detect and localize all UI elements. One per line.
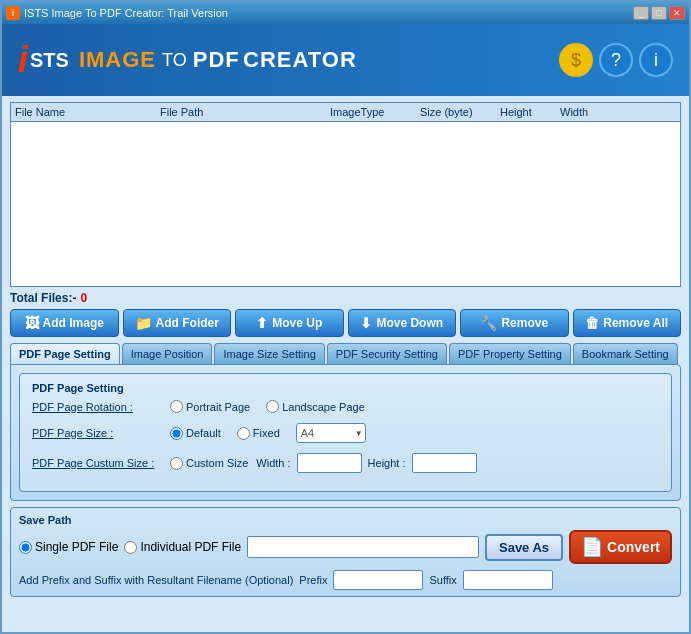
remove-icon: 🔧 xyxy=(480,315,497,331)
total-files-row: Total Files:- 0 xyxy=(10,291,681,305)
default-label: Default xyxy=(186,427,221,439)
rotation-radio-group: Portrait Page Landscape Page xyxy=(170,400,365,413)
prefix-input[interactable] xyxy=(333,570,423,590)
size-label: PDF Page Size : xyxy=(32,427,162,439)
move-up-button[interactable]: ⬆ Move Up xyxy=(235,309,344,337)
col-filename: File Name xyxy=(15,106,160,118)
rotation-label: PDF Page Rotation : xyxy=(32,401,162,413)
logo-creator: CREATOR xyxy=(243,47,357,73)
height-input[interactable] xyxy=(412,453,477,473)
header-banner: i STS IMAGE TO PDF CREATOR $ ? i xyxy=(2,24,689,96)
add-folder-button[interactable]: 📁 Add Folder xyxy=(123,309,232,337)
custom-label: PDF Page Custum Size : xyxy=(32,457,162,469)
logo-sts: STS xyxy=(30,49,69,72)
custom-size-option[interactable]: Custom Size xyxy=(170,457,248,470)
add-image-button[interactable]: 🖼 Add Image xyxy=(10,309,119,337)
default-option[interactable]: Default xyxy=(170,427,221,440)
title-bar: i ISTS Image To PDF Creator: Trail Versi… xyxy=(2,2,689,24)
close-button[interactable]: ✕ xyxy=(669,6,685,20)
tabs-section: PDF Page Setting Image Position Image Si… xyxy=(10,343,681,501)
dollar-icon-button[interactable]: $ xyxy=(559,43,593,77)
convert-label: Convert xyxy=(607,539,660,555)
convert-button[interactable]: 📄 Convert xyxy=(569,530,672,564)
portrait-label: Portrait Page xyxy=(186,401,250,413)
file-table-header: File Name File Path ImageType Size (byte… xyxy=(11,103,680,122)
height-label: Height : xyxy=(368,457,406,469)
landscape-radio[interactable] xyxy=(266,400,279,413)
custom-size-row: PDF Page Custum Size : Custom Size Width… xyxy=(32,453,659,473)
individual-pdf-label: Individual PDF File xyxy=(140,540,241,554)
header-icons: $ ? i xyxy=(559,43,673,77)
tab-content: PDF Page Setting PDF Page Rotation : Por… xyxy=(10,364,681,501)
single-pdf-label: Single PDF File xyxy=(35,540,118,554)
save-as-button[interactable]: Save As xyxy=(485,534,563,561)
pdf-page-setting-title: PDF Page Setting xyxy=(32,382,659,394)
a4-dropdown[interactable]: A4 xyxy=(296,423,366,443)
remove-label: Remove xyxy=(501,316,548,330)
default-radio[interactable] xyxy=(170,427,183,440)
total-files-count: 0 xyxy=(80,291,87,305)
single-pdf-radio[interactable] xyxy=(19,541,32,554)
pdf-page-setting-box: PDF Page Setting PDF Page Rotation : Por… xyxy=(19,373,672,492)
col-imgtype: ImageType xyxy=(330,106,420,118)
tab-bookmark-setting[interactable]: Bookmark Setting xyxy=(573,343,678,364)
tab-pdf-security-setting[interactable]: PDF Security Setting xyxy=(327,343,447,364)
logo-to: TO xyxy=(162,50,187,71)
individual-pdf-radio[interactable] xyxy=(124,541,137,554)
maximize-button[interactable]: □ xyxy=(651,6,667,20)
suffix-label: Suffix xyxy=(429,574,456,586)
save-section: Save Path Single PDF File Individual PDF… xyxy=(10,507,681,597)
custom-size-label: Custom Size xyxy=(186,457,248,469)
col-filepath: File Path xyxy=(160,106,330,118)
remove-button[interactable]: 🔧 Remove xyxy=(460,309,569,337)
add-folder-label: Add Folder xyxy=(156,316,219,330)
help-icon-button[interactable]: ? xyxy=(599,43,633,77)
fixed-label: Fixed xyxy=(253,427,280,439)
move-up-icon: ⬆ xyxy=(256,315,268,331)
prefix-label: Prefix xyxy=(299,574,327,586)
add-image-label: Add Image xyxy=(43,316,104,330)
file-table-body xyxy=(11,122,680,281)
move-down-label: Move Down xyxy=(376,316,443,330)
info-icon-button[interactable]: i xyxy=(639,43,673,77)
minimize-button[interactable]: _ xyxy=(633,6,649,20)
logo-image: IMAGE xyxy=(79,47,156,73)
suffix-input[interactable] xyxy=(463,570,553,590)
fixed-radio[interactable] xyxy=(237,427,250,440)
remove-all-icon: 🗑 xyxy=(585,315,599,331)
logo-i: i xyxy=(18,39,28,81)
width-input[interactable] xyxy=(297,453,362,473)
a4-value: A4 xyxy=(301,427,314,439)
portrait-option[interactable]: Portrait Page xyxy=(170,400,250,413)
file-table: File Name File Path ImageType Size (byte… xyxy=(10,102,681,287)
tabs-header: PDF Page Setting Image Position Image Si… xyxy=(10,343,681,364)
landscape-label: Landscape Page xyxy=(282,401,365,413)
landscape-option[interactable]: Landscape Page xyxy=(266,400,365,413)
custom-radio[interactable] xyxy=(170,457,183,470)
width-height-group: Width : Height : xyxy=(256,453,476,473)
custom-radio-group: Custom Size xyxy=(170,457,248,470)
tab-pdf-property-setting[interactable]: PDF Property Setting xyxy=(449,343,571,364)
remove-all-button[interactable]: 🗑 Remove All xyxy=(573,309,682,337)
move-down-button[interactable]: ⬇ Move Down xyxy=(348,309,457,337)
logo: i STS IMAGE TO PDF CREATOR xyxy=(18,39,357,81)
main-window: i ISTS Image To PDF Creator: Trail Versi… xyxy=(0,0,691,634)
col-width: Width xyxy=(560,106,620,118)
remove-all-label: Remove All xyxy=(603,316,668,330)
tab-pdf-page-setting[interactable]: PDF Page Setting xyxy=(10,343,120,364)
col-size: Size (byte) xyxy=(420,106,500,118)
save-path-input[interactable] xyxy=(247,536,479,558)
size-radio-group: Default Fixed A4 xyxy=(170,423,366,443)
tab-image-size-setting[interactable]: Image Size Setting xyxy=(214,343,324,364)
col-height: Height xyxy=(500,106,560,118)
move-down-icon: ⬇ xyxy=(360,315,372,331)
save-path-label: Save Path xyxy=(19,514,672,526)
logo-pdf: PDF xyxy=(193,47,240,73)
portrait-radio[interactable] xyxy=(170,400,183,413)
individual-pdf-option[interactable]: Individual PDF File xyxy=(124,540,241,554)
tab-image-position[interactable]: Image Position xyxy=(122,343,213,364)
toolbar: 🖼 Add Image 📁 Add Folder ⬆ Move Up ⬇ Mov… xyxy=(10,309,681,337)
fixed-option[interactable]: Fixed xyxy=(237,427,280,440)
single-pdf-option[interactable]: Single PDF File xyxy=(19,540,118,554)
save-row: Single PDF File Individual PDF File Save… xyxy=(19,530,672,564)
